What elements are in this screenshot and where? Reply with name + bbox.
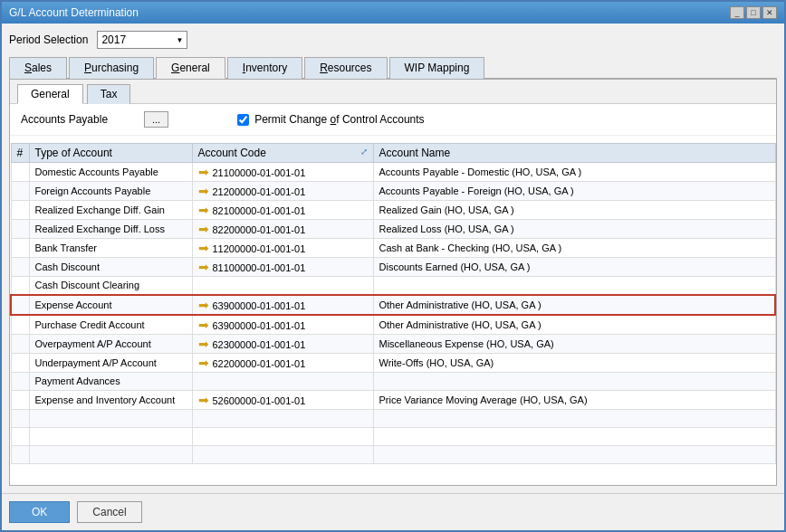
table-body: Domestic Accounts Payable➡21100000-01-00…	[11, 163, 775, 464]
cell-code: ➡62300000-01-001-01	[192, 334, 373, 353]
cancel-button[interactable]: Cancel	[77, 501, 141, 523]
arrow-icon: ➡	[198, 318, 209, 332]
cell-num	[11, 295, 29, 315]
table-header-row: # Type of Account Account Code ⤢ Account…	[11, 144, 775, 163]
period-value: 2017	[101, 33, 126, 46]
tab-purchasing[interactable]: Purchasing	[69, 57, 154, 79]
cell-num	[11, 427, 29, 445]
tab-general[interactable]: General	[156, 57, 225, 79]
cell-num	[11, 353, 29, 372]
cell-name	[373, 409, 775, 427]
table-row[interactable]: Realized Exchange Diff. Gain➡82100000-01…	[11, 201, 775, 220]
table-row[interactable]: Overpayment A/P Account➡62300000-01-001-…	[11, 334, 775, 353]
table-row[interactable]: Expense and Inventory Account➡52600000-0…	[11, 390, 775, 409]
cell-name: Realized Gain (HO, USA, GA )	[373, 201, 775, 220]
accounts-payable-button[interactable]: ...	[144, 111, 168, 128]
permit-change-checkbox[interactable]	[237, 114, 249, 126]
cell-code: ➡82100000-01-001-01	[192, 201, 373, 220]
cell-type: Expense and Inventory Account	[29, 390, 192, 409]
table-row[interactable]	[11, 409, 775, 427]
cell-name	[373, 427, 775, 445]
minimize-button[interactable]: _	[730, 6, 744, 19]
arrow-icon: ➡	[198, 184, 209, 198]
close-button[interactable]: ✕	[762, 6, 777, 19]
table-row[interactable]: Purchase Credit Account➡63900000-01-001-…	[11, 315, 775, 335]
cell-name: Other Administrative (HO, USA, GA )	[373, 315, 775, 335]
permit-change-checkbox-row: Permit Change of Control Accounts	[237, 113, 424, 126]
sub-tab-tax[interactable]: Tax	[87, 84, 131, 104]
cell-name: Cash at Bank - Checking (HO, USA, GA )	[373, 239, 775, 258]
cell-name: Accounts Payable - Domestic (HO, USA, GA…	[373, 163, 775, 182]
cell-type: Realized Exchange Diff. Loss	[29, 220, 192, 239]
main-window: G/L Account Determination _ □ ✕ Period S…	[0, 0, 786, 532]
tab-sales[interactable]: Sales	[9, 57, 67, 79]
maximize-button[interactable]: □	[746, 6, 761, 19]
cell-type: Payment Advances	[29, 372, 192, 390]
footer: OK Cancel	[2, 493, 784, 530]
tab-inventory[interactable]: Inventory	[227, 57, 302, 79]
cell-name: Discounts Earned (HO, USA, GA )	[373, 258, 775, 277]
table-row[interactable]	[11, 445, 775, 463]
dropdown-arrow-icon: ▼	[176, 36, 183, 44]
table-row[interactable]: Domestic Accounts Payable➡21100000-01-00…	[11, 163, 775, 182]
period-selection-label: Period Selection	[9, 33, 88, 46]
table-row[interactable]: Cash Discount➡81100000-01-001-01Discount…	[11, 258, 775, 277]
cell-type: Realized Exchange Diff. Gain	[29, 201, 192, 220]
cell-type: Foreign Accounts Payable	[29, 182, 192, 201]
table-row[interactable]	[11, 427, 775, 445]
arrow-icon: ➡	[198, 165, 209, 179]
cell-type: Expense Account	[29, 295, 192, 315]
tab-wip-mapping[interactable]: WIP Mapping	[389, 57, 485, 79]
table-row[interactable]: Underpayment A/P Account➡62200000-01-001…	[11, 353, 775, 372]
table-row[interactable]: Foreign Accounts Payable➡21200000-01-001…	[11, 182, 775, 201]
permit-change-label: Permit Change of Control Accounts	[254, 113, 424, 126]
table-row[interactable]: Expense Account➡63900000-01-001-01Other …	[11, 295, 775, 315]
period-dropdown[interactable]: 2017 ▼	[97, 31, 187, 49]
cell-name: Other Administrative (HO, USA, GA )	[373, 295, 775, 315]
cell-code: ➡63900000-01-001-01	[192, 295, 373, 315]
cell-type: Bank Transfer	[29, 239, 192, 258]
table-row[interactable]: Bank Transfer➡11200000-01-001-01Cash at …	[11, 239, 775, 258]
cell-num	[11, 445, 29, 463]
cell-name: Write-Offs (HO, USA, GA)	[373, 353, 775, 372]
cell-type: Domestic Accounts Payable	[29, 163, 192, 182]
title-bar: G/L Account Determination _ □ ✕	[2, 2, 784, 24]
cell-type: Cash Discount	[29, 258, 192, 277]
cell-name	[373, 277, 775, 295]
cell-num	[11, 390, 29, 409]
arrow-icon: ➡	[198, 222, 209, 236]
cell-code	[192, 372, 373, 390]
cell-code: ➡82200000-01-001-01	[192, 220, 373, 239]
cell-name: Miscellaneous Expense (HO, USA, GA)	[373, 334, 775, 353]
col-header-num: #	[11, 144, 29, 163]
cell-name: Price Variance Moving Average (HO, USA, …	[373, 390, 775, 409]
cell-code: ➡52600000-01-001-01	[192, 390, 373, 409]
sub-tab-general[interactable]: General	[17, 84, 83, 104]
cell-num	[11, 220, 29, 239]
sub-tab-bar: General Tax	[10, 80, 776, 104]
cell-num	[11, 334, 29, 353]
content-area: Period Selection 2017 ▼ Sales Purchasing…	[2, 24, 784, 493]
cell-code: ➡63900000-01-001-01	[192, 315, 373, 335]
table-row[interactable]: Payment Advances	[11, 372, 775, 390]
cell-code	[192, 445, 373, 463]
col-header-code: Account Code ⤢	[192, 144, 373, 163]
inner-panel: General Tax Accounts Payable ... Permit …	[9, 79, 777, 486]
tab-resources[interactable]: Resources	[304, 57, 387, 79]
table-row[interactable]: Realized Exchange Diff. Loss➡82200000-01…	[11, 220, 775, 239]
arrow-icon: ➡	[198, 241, 209, 255]
main-tab-bar: Sales Purchasing General Inventory Resou…	[9, 56, 777, 79]
cell-code: ➡62200000-01-001-01	[192, 353, 373, 372]
cell-name	[373, 445, 775, 463]
cell-num	[11, 201, 29, 220]
cell-code	[192, 427, 373, 445]
table-row[interactable]: Cash Discount Clearing	[11, 277, 775, 295]
ok-button[interactable]: OK	[9, 501, 70, 523]
arrow-icon: ➡	[198, 203, 209, 217]
expand-icon[interactable]: ⤢	[360, 147, 368, 157]
cell-type	[29, 427, 192, 445]
cell-num	[11, 182, 29, 201]
cell-code: ➡21100000-01-001-01	[192, 163, 373, 182]
cell-name	[373, 372, 775, 390]
cell-type: Overpayment A/P Account	[29, 334, 192, 353]
